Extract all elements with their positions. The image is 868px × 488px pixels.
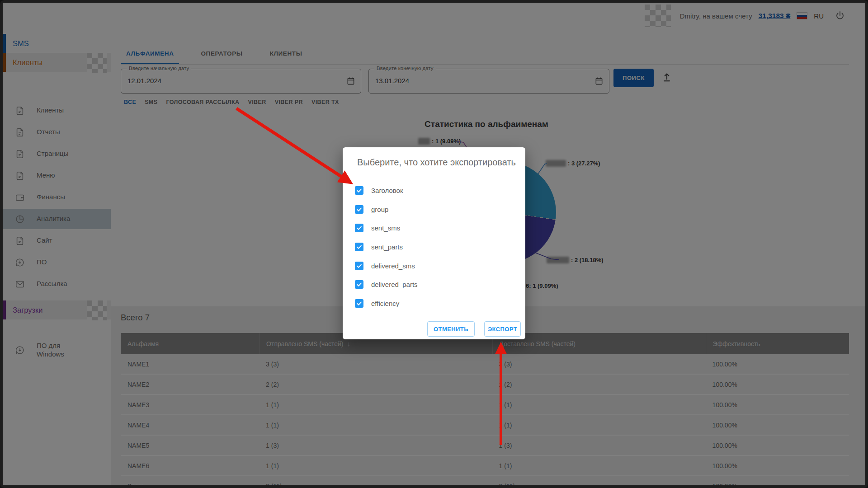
cancel-button[interactable]: ОТМЕНИТЬ [427, 321, 475, 337]
checkbox-checked-icon[interactable] [355, 205, 363, 214]
checkbox-checked-icon[interactable] [355, 280, 363, 289]
checkbox-label: delivered_parts [371, 281, 418, 288]
checkbox-row-title[interactable]: Заголовок [343, 181, 525, 200]
app-root: Dmitry, на вашем счету 31,3183 ₴ RU SMS … [3, 3, 865, 485]
export-button[interactable]: ЭКСПОРТ [484, 321, 521, 337]
checkbox-label: Заголовок [371, 187, 403, 194]
checkbox-label: sent_parts [371, 243, 403, 251]
checkbox-checked-icon[interactable] [355, 186, 363, 195]
checkbox-checked-icon[interactable] [355, 262, 363, 270]
checkbox-row-sent-parts[interactable]: sent_parts [343, 238, 525, 257]
checkbox-row-delivered-parts[interactable]: delivered_parts [343, 275, 525, 294]
checkbox-checked-icon[interactable] [355, 299, 363, 308]
checkbox-label: efficiency [371, 300, 399, 307]
export-field-list: Заголовок group sent_sms sent_parts deli… [343, 181, 525, 313]
checkbox-checked-icon[interactable] [355, 224, 363, 232]
checkbox-checked-icon[interactable] [355, 243, 363, 251]
checkbox-row-sent-sms[interactable]: sent_sms [343, 219, 525, 238]
checkbox-row-delivered-sms[interactable]: delivered_sms [343, 256, 525, 275]
checkbox-row-group[interactable]: group [343, 200, 525, 219]
modal-title: Выберите, что хотите экспортировать [357, 157, 516, 168]
browser-frame: Dmitry, на вашем счету 31,3183 ₴ RU SMS … [0, 0, 868, 488]
checkbox-row-efficiency[interactable]: efficiency [343, 294, 525, 313]
checkbox-label: group [371, 206, 388, 213]
checkbox-label: sent_sms [371, 224, 400, 232]
checkbox-label: delivered_sms [371, 262, 415, 270]
export-modal: Выберите, что хотите экспортировать Заго… [343, 147, 525, 339]
